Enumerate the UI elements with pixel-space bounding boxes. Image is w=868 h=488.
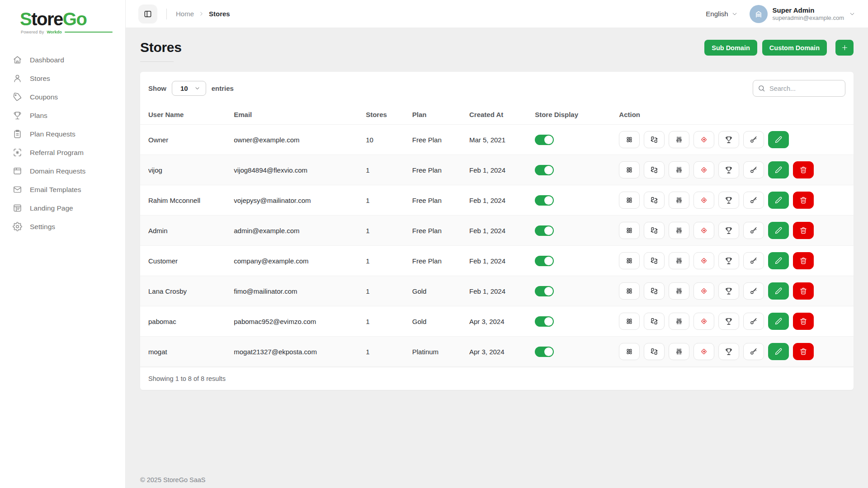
reset-password-button[interactable] (743, 343, 764, 360)
trash-icon (799, 287, 807, 295)
edit-button[interactable] (768, 222, 789, 239)
reset-password-button[interactable] (743, 282, 764, 300)
upgrade-plan-button[interactable] (718, 282, 739, 300)
sidebar-item-email-templates[interactable]: Email Templates (0, 180, 125, 199)
store-settings-button[interactable] (669, 192, 689, 209)
edit-button[interactable] (768, 161, 789, 178)
add-store-button[interactable] (835, 40, 854, 56)
upgrade-plan-button[interactable] (718, 222, 739, 239)
reset-password-button[interactable] (743, 222, 764, 239)
user-menu[interactable]: Super Admin superadmin@example.com (750, 5, 855, 23)
store-settings-button[interactable] (669, 222, 689, 239)
store-analytics-button[interactable] (619, 282, 640, 300)
sidebar-item-coupons[interactable]: Coupons (0, 88, 125, 106)
store-display-toggle[interactable] (535, 256, 554, 266)
delete-button[interactable] (793, 282, 814, 300)
store-analytics-button[interactable] (619, 252, 640, 269)
cell-store-display (530, 306, 614, 337)
login-as-store-button[interactable] (693, 252, 714, 269)
store-settings-button[interactable] (669, 313, 689, 330)
edit-button[interactable] (768, 131, 789, 148)
change-plan-button[interactable] (644, 161, 665, 178)
store-settings-button[interactable] (669, 131, 689, 148)
login-as-store-button[interactable] (693, 131, 714, 148)
store-display-toggle[interactable] (535, 165, 554, 175)
sidebar-item-referral-program[interactable]: Referral Program (0, 143, 125, 162)
delete-button[interactable] (793, 222, 814, 239)
store-display-toggle[interactable] (535, 286, 554, 296)
delete-button[interactable] (793, 343, 814, 360)
change-plan-button[interactable] (644, 192, 665, 209)
store-display-toggle[interactable] (535, 135, 554, 145)
store-analytics-button[interactable] (619, 222, 640, 239)
breadcrumb-home[interactable]: Home (176, 10, 194, 18)
reset-password-button[interactable] (743, 192, 764, 209)
store-settings-button[interactable] (669, 282, 689, 300)
edit-button[interactable] (768, 343, 789, 360)
edit-button[interactable] (768, 252, 789, 269)
delete-button[interactable] (793, 192, 814, 209)
login-as-store-button[interactable] (693, 343, 714, 360)
change-plan-button[interactable] (644, 222, 665, 239)
store-display-toggle[interactable] (535, 347, 554, 357)
store-display-toggle[interactable] (535, 225, 554, 236)
title-underline (140, 61, 174, 62)
store-analytics-button[interactable] (619, 131, 640, 148)
login-as-store-button[interactable] (693, 222, 714, 239)
delete-button[interactable] (793, 161, 814, 178)
language-selector[interactable]: English (706, 10, 737, 18)
store-settings-button[interactable] (669, 343, 689, 360)
edit-button[interactable] (768, 313, 789, 330)
store-settings-button[interactable] (669, 252, 689, 269)
breadcrumb-current: Stores (209, 10, 230, 18)
delete-button[interactable] (793, 313, 814, 330)
sub-domain-button[interactable]: Sub Domain (704, 40, 757, 56)
store-display-toggle[interactable] (535, 195, 554, 206)
login-as-store-button[interactable] (693, 313, 714, 330)
key-icon (750, 257, 758, 265)
sidebar-item-plan-requests[interactable]: Plan Requests (0, 125, 125, 143)
store-settings-button[interactable] (669, 161, 689, 178)
upgrade-plan-button[interactable] (718, 192, 739, 209)
login-as-store-button[interactable] (693, 282, 714, 300)
sidebar-item-domain-requests[interactable]: Domain Requests (0, 162, 125, 180)
edit-button[interactable] (768, 192, 789, 209)
delete-button[interactable] (793, 252, 814, 269)
upgrade-plan-button[interactable] (718, 161, 739, 178)
sidebar-item-settings[interactable]: Settings (0, 217, 125, 236)
change-plan-button[interactable] (644, 282, 665, 300)
sidebar-toggle-button[interactable] (138, 5, 157, 23)
custom-domain-button[interactable]: Custom Domain (762, 40, 827, 56)
reset-password-button[interactable] (743, 252, 764, 269)
search-input[interactable] (753, 80, 845, 97)
store-analytics-button[interactable] (619, 313, 640, 330)
change-plan-button[interactable] (644, 131, 665, 148)
sidebar-item-dashboard[interactable]: Dashboard (0, 51, 125, 69)
cell-email: mogat21327@ekposta.com (229, 337, 361, 367)
reset-password-button[interactable] (743, 131, 764, 148)
upgrade-plan-button[interactable] (718, 343, 739, 360)
store-analytics-button[interactable] (619, 161, 640, 178)
upgrade-plan-button[interactable] (718, 252, 739, 269)
store-analytics-button[interactable] (619, 192, 640, 209)
reset-password-button[interactable] (743, 161, 764, 178)
cell-store-display (530, 125, 614, 155)
sidebar-item-plans[interactable]: Plans (0, 106, 125, 125)
upgrade-plan-button[interactable] (718, 131, 739, 148)
change-plan-button[interactable] (644, 343, 665, 360)
sidebar-item-landing-page[interactable]: Landing Page (0, 199, 125, 217)
login-as-store-button[interactable] (693, 161, 714, 178)
upgrade-plan-button[interactable] (718, 313, 739, 330)
cell-email: vojepysy@mailinator.com (229, 185, 361, 216)
page-size-select[interactable]: 10 (172, 81, 206, 96)
edit-button[interactable] (768, 282, 789, 300)
store-display-toggle[interactable] (535, 316, 554, 327)
change-plan-button[interactable] (644, 313, 665, 330)
sidebar-item-stores[interactable]: Stores (0, 69, 125, 88)
cell-store-display (530, 276, 614, 306)
login-as-store-button[interactable] (693, 192, 714, 209)
change-plan-button[interactable] (644, 252, 665, 269)
reset-password-button[interactable] (743, 313, 764, 330)
sidebar: StoreGo Powered By Workdo DashboardStore… (0, 0, 126, 488)
store-analytics-button[interactable] (619, 343, 640, 360)
